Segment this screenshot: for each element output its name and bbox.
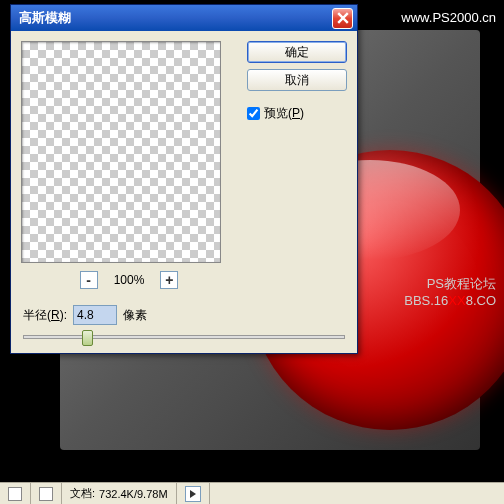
radius-row: 半径(R): 像素 bbox=[11, 299, 357, 329]
radius-input[interactable] bbox=[73, 305, 117, 325]
status-seg-2 bbox=[31, 483, 62, 504]
status-bar: 文档:732.4K/9.78M bbox=[0, 482, 504, 504]
status-play bbox=[177, 483, 210, 504]
status-icon-2 bbox=[39, 487, 53, 501]
slider-thumb[interactable] bbox=[82, 330, 93, 346]
radius-label: 半径(R): bbox=[23, 307, 67, 324]
zoom-in-button[interactable]: + bbox=[160, 271, 178, 289]
radius-unit: 像素 bbox=[123, 307, 147, 324]
dialog-title: 高斯模糊 bbox=[15, 9, 332, 27]
url-watermark: www.PS2000.cn bbox=[401, 10, 496, 25]
close-icon bbox=[337, 12, 349, 24]
watermark-line1: PS教程论坛 bbox=[404, 275, 496, 293]
cancel-button[interactable]: 取消 bbox=[247, 69, 347, 91]
preview-label: 预览(P) bbox=[264, 105, 304, 122]
radius-slider-row bbox=[11, 335, 357, 353]
doc-value: 732.4K/9.78M bbox=[99, 488, 168, 500]
doc-label: 文档: bbox=[70, 486, 95, 501]
dialog-body: - 100% + 确定 取消 预览(P) bbox=[11, 31, 357, 299]
zoom-controls: - 100% + bbox=[21, 271, 237, 289]
status-icon-1 bbox=[8, 487, 22, 501]
preview-column: - 100% + bbox=[21, 41, 237, 289]
dialog-titlebar[interactable]: 高斯模糊 bbox=[11, 5, 357, 31]
ok-button[interactable]: 确定 bbox=[247, 41, 347, 63]
close-button[interactable] bbox=[332, 8, 353, 29]
radius-slider[interactable] bbox=[23, 335, 345, 339]
button-column: 确定 取消 预览(P) bbox=[247, 41, 347, 289]
preview-checkbox[interactable] bbox=[247, 107, 260, 120]
preview-canvas[interactable] bbox=[21, 41, 221, 263]
forum-watermark: PS教程论坛 BBS.16XX8.CO bbox=[404, 275, 496, 308]
play-button[interactable] bbox=[185, 486, 201, 502]
status-doc: 文档:732.4K/9.78M bbox=[62, 483, 177, 504]
watermark-line2: BBS.16XX8.CO bbox=[404, 293, 496, 308]
preview-checkbox-row[interactable]: 预览(P) bbox=[247, 105, 347, 122]
status-seg-1 bbox=[0, 483, 31, 504]
zoom-out-button[interactable]: - bbox=[80, 271, 98, 289]
gaussian-blur-dialog: 高斯模糊 - 100% + 确定 取消 预览(P) 半径(R): 像素 bbox=[10, 4, 358, 354]
zoom-percent: 100% bbox=[114, 273, 145, 287]
